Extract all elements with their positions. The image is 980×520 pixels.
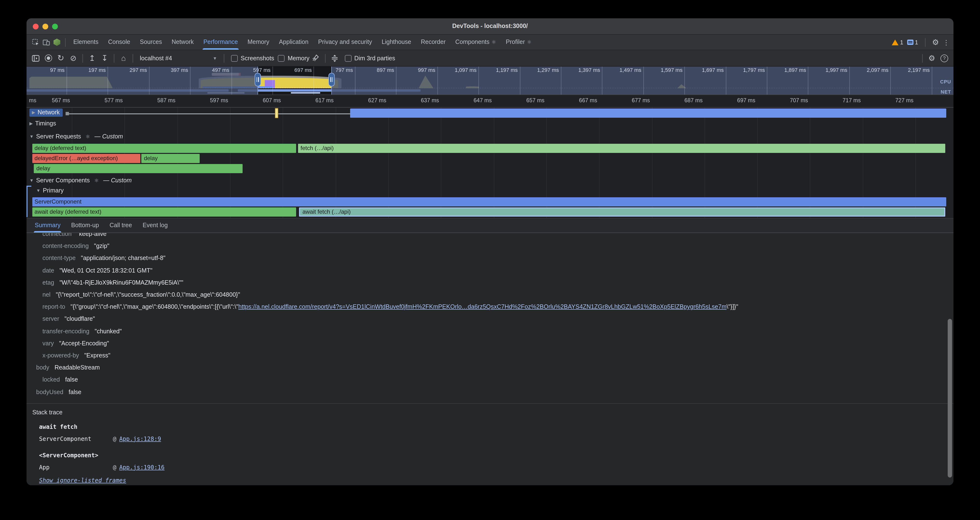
property-key: locked — [43, 377, 60, 383]
live-metrics-home-icon[interactable]: ⌂ — [117, 52, 130, 64]
messages-indicator[interactable]: 1 — [907, 39, 918, 46]
record-and-reload-button[interactable]: ↻ — [54, 52, 67, 64]
minimize-window-button[interactable] — [43, 24, 48, 29]
tab-console[interactable]: Console — [103, 35, 135, 50]
response-properties: connection"keep-alive"content-encoding"g… — [27, 233, 953, 398]
message-icon — [907, 40, 913, 45]
kebab-menu-icon[interactable]: ⋮ — [943, 39, 950, 46]
timeline-overview[interactable]: CPU NET 97 ms197 ms297 ms397 ms497 ms597… — [27, 67, 953, 95]
flame-bar-await-fetch-api[interactable]: await fetch (…/api) — [299, 207, 945, 216]
property-key: vary — [43, 340, 54, 347]
track-server-components[interactable]: ▼ Server Components ⚛ — Custom — [29, 177, 132, 184]
property-value: false — [65, 377, 78, 383]
stack-frame-location-link[interactable]: App.js:190:16 — [119, 464, 164, 471]
flame-bar-delay[interactable]: delay — [142, 154, 200, 163]
overview-tick-label: 1,997 ms — [826, 67, 849, 73]
traffic-lights — [33, 24, 58, 29]
overview-tick-label: 1,697 ms — [702, 67, 726, 73]
tab-sources[interactable]: Sources — [135, 35, 167, 50]
overview-grid-line — [479, 67, 479, 95]
property-value: "Wed, 01 Oct 2025 18:32:01 GMT" — [60, 267, 153, 274]
title-bar: DevTools - localhost:3000/ — [27, 18, 953, 35]
garbage-collect-icon[interactable] — [309, 52, 322, 64]
tab-label: Profiler — [506, 38, 525, 45]
property-row: connection"keep-alive" — [27, 233, 953, 240]
screenshots-checkbox[interactable] — [231, 55, 238, 62]
ruler-tick-label: 647 ms — [474, 97, 494, 103]
flame-bar-fetch-api[interactable]: fetch (…/api) — [298, 144, 945, 153]
track-group-primary[interactable]: ▼ Primary — [36, 187, 64, 194]
tab-profiler[interactable]: Profiler⚛ — [501, 35, 536, 50]
track-network[interactable]: ▶Network — [29, 108, 63, 117]
maximize-window-button[interactable] — [52, 24, 58, 29]
devtools-window: DevTools - localhost:3000/ ElementsConso… — [27, 18, 953, 485]
tab-elements[interactable]: Elements — [68, 35, 103, 50]
close-window-button[interactable] — [33, 24, 38, 29]
network-request-candle[interactable] — [275, 108, 278, 118]
property-key: transfer-encoding — [43, 328, 89, 334]
toggle-sidebar-icon[interactable] — [29, 52, 42, 64]
ruler-tick-label: 637 ms — [421, 97, 441, 103]
tab-recorder[interactable]: Recorder — [416, 35, 450, 50]
stack-frame-location-link[interactable]: App.js:128:9 — [119, 436, 161, 442]
collapse-expand-icon[interactable] — [328, 52, 341, 64]
network-request-bar[interactable] — [350, 108, 946, 118]
tab-network[interactable]: Network — [167, 35, 199, 50]
overview-network-bar — [291, 92, 320, 94]
collapse-triangle-icon: ▼ — [29, 134, 34, 139]
upload-profile-icon[interactable]: ↥ — [86, 52, 99, 64]
settings-gear-icon[interactable]: ⚙ — [932, 38, 939, 46]
tab-label: Privacy and security — [318, 38, 372, 45]
track-server-requests[interactable]: ▼ Server Requests ⚛ — Custom — [29, 133, 123, 140]
tab-label: Performance — [203, 38, 238, 45]
flame-bar-delay[interactable]: delay — [34, 164, 243, 173]
property-value: "Express" — [84, 352, 110, 359]
property-value: ReadableStream — [54, 364, 100, 371]
tab-application[interactable]: Application — [274, 35, 313, 50]
show-ignore-listed-frames-link[interactable]: Show ignore-listed frames — [39, 477, 126, 484]
divider — [925, 38, 925, 46]
history-dropdown[interactable]: localhost #4 ▼ — [136, 52, 221, 64]
inspect-element-icon[interactable] — [30, 37, 41, 48]
history-dropdown-value: localhost #4 — [140, 55, 172, 62]
issues-warning[interactable]: 1 — [892, 39, 903, 46]
property-key: x-powered-by — [43, 352, 79, 359]
dim-3rd-parties-checkbox[interactable] — [345, 55, 352, 62]
download-profile-icon[interactable]: ↧ — [99, 52, 111, 64]
network-request-line[interactable] — [66, 113, 350, 114]
tab-label: Elements — [73, 38, 99, 45]
tab-privacy-and-security[interactable]: Privacy and security — [313, 35, 377, 50]
details-tab-summary[interactable]: Summary — [29, 218, 66, 232]
details-tab-event-log[interactable]: Event log — [137, 218, 173, 232]
memory-checkbox[interactable] — [278, 55, 285, 62]
track-timings[interactable]: ▶Timings — [29, 120, 56, 127]
ruler-tick-label: 667 ms — [579, 97, 599, 103]
device-toolbar-icon[interactable] — [41, 37, 52, 48]
flame-bar-delay-deferred-text[interactable]: delay (deferred text) — [32, 144, 296, 153]
flame-bar-delayederror-ayed-exception[interactable]: delayedError (…ayed exception) — [32, 154, 141, 163]
memory-label: Memory — [288, 55, 309, 62]
desktop: DevTools - localhost:3000/ ElementsConso… — [0, 0, 980, 520]
overview-grid-line — [767, 67, 767, 95]
selection-handle-left[interactable] — [255, 73, 261, 86]
overview-grid-line — [355, 67, 355, 95]
property-row: nel"{\"report_to\":\"cf-nel\",\"success_… — [27, 289, 953, 301]
clear-button[interactable]: ⊘ — [67, 52, 80, 64]
help-icon[interactable]: ? — [938, 52, 951, 64]
details-scrollbar[interactable] — [948, 319, 952, 478]
screenshots-label: Screenshots — [241, 55, 274, 62]
stack-trace-frames: await fetchServerComponent@App.js:128:9<… — [27, 421, 953, 474]
tab-memory[interactable]: Memory — [243, 35, 274, 50]
report-to-url-link[interactable]: https://a.nel.cloudflare.com/report/v4?s… — [238, 304, 727, 310]
record-button[interactable] — [42, 52, 54, 64]
selection-handle-right[interactable] — [329, 73, 335, 86]
flame-bar-await-delay-deferred-text[interactable]: await delay (deferred text) — [32, 207, 296, 216]
tab-lighthouse[interactable]: Lighthouse — [377, 35, 416, 50]
divider — [325, 54, 325, 62]
flame-bar-servercomponent[interactable]: ServerComponent — [32, 197, 946, 207]
details-tab-bottom-up[interactable]: Bottom-up — [66, 218, 104, 232]
tab-components[interactable]: Components⚛ — [450, 35, 501, 50]
tab-performance[interactable]: Performance — [199, 35, 243, 50]
details-tab-call-tree[interactable]: Call tree — [104, 218, 137, 232]
capture-settings-gear-icon[interactable]: ⚙ — [926, 52, 938, 64]
